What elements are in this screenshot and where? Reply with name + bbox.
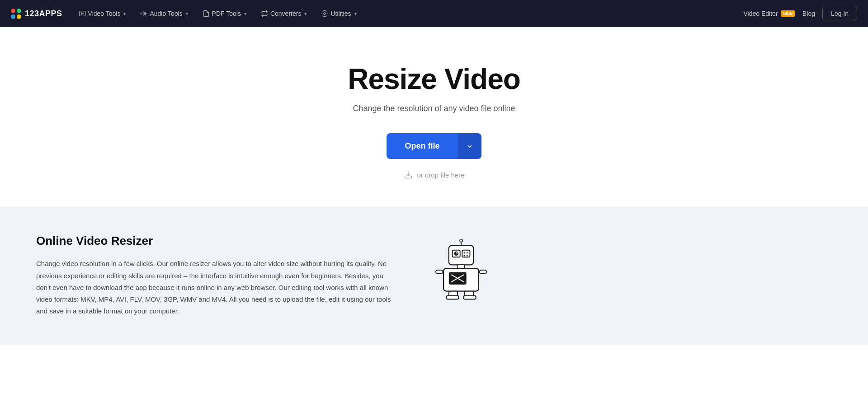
svg-point-10: [454, 252, 458, 256]
audio-tools-icon: [140, 10, 147, 17]
nav-pdf-tools[interactable]: PDF Tools ▾: [197, 7, 252, 20]
audio-tools-chevron: ▾: [186, 11, 188, 16]
svg-point-11: [456, 252, 458, 254]
robot-svg: [429, 238, 493, 302]
video-tools-chevron: ▾: [123, 11, 126, 16]
bottom-section: Online Video Resizer Change video resolu…: [0, 207, 868, 344]
nav-blog[interactable]: Blog: [802, 10, 815, 17]
nav-utilities[interactable]: Utilities ▾: [316, 7, 362, 20]
svg-point-15: [463, 255, 465, 257]
nav-converters[interactable]: Converters ▾: [255, 7, 312, 20]
bottom-content: Online Video Resizer Change video resolu…: [36, 234, 398, 317]
svg-point-16: [467, 255, 468, 257]
pdf-tools-icon: [203, 10, 210, 17]
logo-icon: [11, 9, 21, 19]
svg-point-18: [460, 239, 462, 242]
svg-rect-12: [462, 250, 470, 257]
nav-audio-tools[interactable]: Audio Tools ▾: [135, 7, 193, 20]
bottom-title: Online Video Resizer: [36, 234, 398, 248]
utilities-chevron: ▾: [354, 11, 357, 16]
utilities-icon: [321, 10, 328, 17]
svg-marker-1: [81, 13, 83, 14]
open-file-chevron-button[interactable]: [458, 133, 481, 159]
drop-icon: [403, 170, 413, 180]
hero-subtitle: Change the resolution of any video file …: [9, 104, 859, 113]
nav-right-group: Video Editor NEW Blog Log In: [744, 7, 857, 20]
bottom-description: Change video resolution in a few clicks.…: [36, 258, 398, 317]
page-title: Resize Video: [9, 63, 859, 95]
chevron-down-icon: [466, 143, 473, 150]
logo[interactable]: 123APPS: [11, 9, 62, 19]
video-tools-icon: [79, 10, 86, 17]
svg-rect-0: [79, 11, 85, 16]
login-button[interactable]: Log In: [822, 7, 857, 20]
svg-rect-19: [458, 265, 465, 269]
robot-illustration: [425, 238, 497, 302]
nav-video-tools[interactable]: Video Tools ▾: [73, 7, 132, 20]
logo-text: 123APPS: [25, 9, 62, 19]
svg-rect-29: [463, 296, 476, 299]
svg-rect-28: [446, 296, 458, 299]
pdf-tools-chevron: ▾: [244, 11, 246, 16]
main-nav: 123APPS Video Tools ▾ Audio Tools ▾ PDF …: [0, 0, 868, 27]
converters-icon: [261, 10, 268, 17]
open-file-button[interactable]: Open file: [387, 133, 458, 159]
drop-hint: or drop file here: [9, 170, 859, 180]
open-file-group: Open file: [387, 133, 481, 159]
converters-chevron: ▾: [304, 11, 307, 16]
nav-video-editor[interactable]: Video Editor NEW: [744, 10, 796, 17]
svg-point-13: [463, 252, 465, 254]
hero-section: Resize Video Change the resolution of an…: [0, 27, 868, 207]
svg-rect-24: [436, 270, 443, 274]
svg-point-14: [467, 252, 468, 254]
svg-point-2: [324, 13, 326, 14]
new-badge: NEW: [781, 10, 796, 17]
svg-rect-25: [479, 270, 486, 274]
